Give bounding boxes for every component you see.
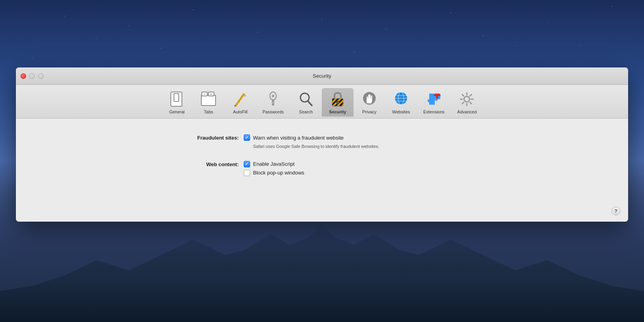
svg-rect-0 — [171, 92, 182, 106]
svg-line-42 — [462, 102, 464, 104]
tab-general-label: General — [169, 109, 185, 114]
warn-fraudulent-checkbox[interactable] — [244, 134, 250, 141]
svg-point-34 — [464, 96, 470, 102]
help-button[interactable]: ? — [612, 207, 620, 215]
tab-tabs[interactable]: ✕ + Tabs — [193, 88, 224, 117]
svg-point-12 — [272, 95, 274, 97]
safari-preferences-window: Security General ✕ + — [16, 67, 628, 222]
tab-privacy-label: Privacy — [362, 109, 376, 114]
enable-js-label: Enable JavaScript — [253, 161, 295, 167]
web-content-row: Web content: Enable JavaScript Block pop… — [183, 161, 461, 176]
autofill-icon — [231, 90, 249, 108]
warn-checkbox-row: Warn when visiting a fraudulent website — [244, 134, 380, 141]
tab-passwords-label: Passwords — [262, 109, 284, 114]
fraudulent-sites-row: Fraudulent sites: Warn when visiting a f… — [183, 134, 461, 150]
fraudulent-sites-controls: Warn when visiting a fraudulent website … — [244, 134, 380, 150]
enable-js-checkbox[interactable] — [244, 161, 250, 167]
window-title: Security — [313, 73, 331, 79]
web-content-label: Web content: — [183, 161, 239, 167]
toolbar: General ✕ + Tabs — [16, 85, 628, 119]
settings-grid: Fraudulent sites: Warn when visiting a f… — [183, 130, 461, 176]
tab-advanced[interactable]: Advanced — [451, 88, 483, 117]
tab-autofill-label: AutoFill — [233, 109, 248, 114]
block-popups-row: Block pop-up windows — [244, 170, 304, 176]
tab-autofill[interactable]: AutoFill — [224, 88, 256, 117]
traffic-lights — [21, 73, 44, 79]
general-icon — [168, 90, 185, 108]
svg-text:+: + — [204, 92, 206, 96]
block-popups-checkbox[interactable] — [244, 170, 250, 176]
tab-advanced-label: Advanced — [457, 109, 477, 114]
tab-websites[interactable]: Websites — [385, 88, 417, 117]
svg-text:✕: ✕ — [210, 92, 213, 96]
tab-websites-label: Websites — [392, 109, 410, 114]
passwords-icon — [264, 90, 282, 108]
fraudulent-sites-label: Fraudulent sites: — [183, 134, 239, 141]
search-icon — [297, 90, 315, 108]
advanced-icon — [458, 90, 476, 108]
minimize-button[interactable] — [29, 73, 35, 79]
svg-line-39 — [462, 94, 464, 96]
tab-security-label: Security — [329, 109, 346, 114]
tab-search-label: Search — [299, 109, 313, 114]
tabs-icon: ✕ + — [200, 90, 217, 108]
tab-extensions-label: Extensions — [423, 109, 445, 114]
fraudulent-sites-description: Safari uses Google Safe Browsing to iden… — [253, 143, 380, 150]
extensions-icon — [425, 90, 443, 108]
enable-js-row: Enable JavaScript — [244, 161, 304, 167]
titlebar: Security — [16, 67, 628, 85]
websites-icon — [392, 90, 410, 108]
web-content-controls: Enable JavaScript Block pop-up windows — [244, 161, 304, 176]
block-popups-label: Block pop-up windows — [253, 170, 304, 176]
security-icon — [329, 90, 346, 108]
tab-security[interactable]: Security — [322, 88, 354, 117]
tab-tabs-label: Tabs — [204, 109, 213, 114]
svg-line-7 — [236, 94, 244, 105]
svg-line-17 — [308, 101, 312, 105]
svg-line-41 — [470, 94, 472, 96]
tab-privacy[interactable]: Privacy — [354, 88, 385, 117]
tab-extensions[interactable]: Extensions — [417, 88, 451, 117]
content-area: Fraudulent sites: Warn when visiting a f… — [16, 119, 628, 222]
tab-passwords[interactable]: Passwords — [256, 88, 290, 117]
warn-fraudulent-label: Warn when visiting a fraudulent website — [253, 135, 344, 141]
privacy-icon — [361, 90, 378, 108]
svg-rect-2 — [201, 95, 216, 105]
tab-general[interactable]: General — [161, 88, 193, 117]
svg-rect-25 — [337, 102, 338, 105]
tab-search[interactable]: Search — [290, 88, 322, 117]
maximize-button[interactable] — [38, 73, 44, 79]
close-button[interactable] — [21, 73, 26, 79]
svg-line-40 — [470, 102, 472, 104]
